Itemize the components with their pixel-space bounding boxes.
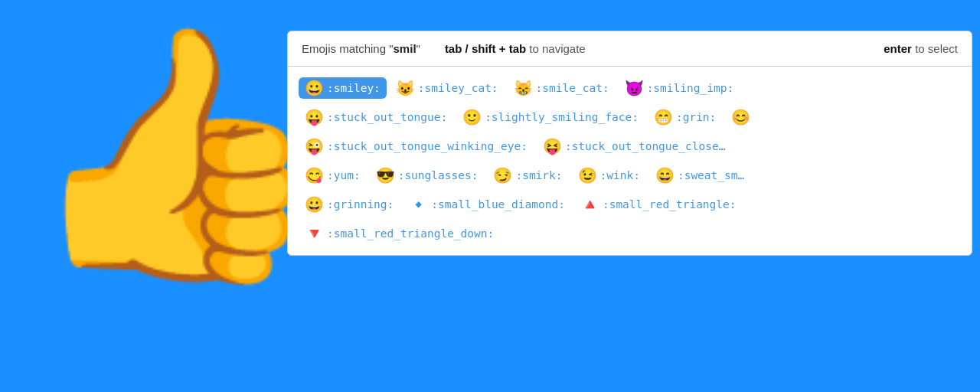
smiley-cat-icon: 😺 [396, 80, 415, 96]
emoji-item-wink[interactable]: 😉 :wink: [572, 165, 646, 186]
smirk-icon: 😏 [493, 168, 512, 183]
stuck-out-tongue-icon: 😛 [305, 109, 324, 125]
enter-hint: enter to select [884, 42, 958, 55]
smile-cat-icon: 😸 [514, 80, 533, 96]
grin-icon: 😁 [654, 109, 673, 125]
emoji-item-smiley[interactable]: 😀 :smiley: [299, 77, 387, 99]
smiling-imp-label: :smiling_imp: [647, 82, 734, 94]
matching-label: Emojis matching "smil" [302, 42, 420, 55]
tongue-wink-label: :stuck_out_tongue_winking_eye: [327, 140, 528, 152]
grinning-label: :grinning: [327, 198, 394, 211]
emoji-item-grin[interactable]: 😁 :grin: [648, 106, 722, 128]
sweat-sm-label: :sweat_sm… [678, 169, 744, 181]
emoji-row-3: 😜 :stuck_out_tongue_winking_eye: 😝 :stuc… [299, 132, 961, 160]
smirk-label: :smirk: [515, 169, 562, 181]
emoji-row-5: 😀 :grinning: 🔹 :small_blue_diamond: 🔺 :s… [299, 191, 961, 218]
emoji-row-4: 😋 :yum: 😎 :sunglasses: 😏 :smirk: 😉 :wink… [299, 162, 961, 189]
slightly-smiling-label: :slightly_smiling_face: [485, 111, 639, 123]
nav-hint: tab / shift + tab to navigate [445, 42, 586, 55]
smiley-label: :smiley: [327, 82, 381, 94]
tongue-wink-icon: 😜 [305, 139, 324, 154]
small-blue-diamond-icon: 🔹 [409, 197, 428, 212]
small-red-triangle-icon: 🔺 [580, 197, 599, 212]
emoji-item-small-red-triangle[interactable]: 🔺 :small_red_triangle: [574, 194, 743, 215]
emoji-picker-panel: Emojis matching "smil" tab / shift + tab… [287, 31, 972, 256]
wink-icon: 😉 [578, 168, 597, 183]
grinning-icon: 😀 [305, 197, 324, 212]
sweat-sm-icon: 😄 [655, 168, 675, 183]
emoji-item-sweat-sm[interactable]: 😄 :sweat_sm… [649, 165, 750, 186]
emoji-item-smiling-imp[interactable]: 😈 :smiling_imp: [619, 77, 740, 99]
thumbs-up-emoji: 👍 [23, 31, 328, 276]
wink-label: :wink: [600, 169, 640, 181]
smile-cat-label: :smile_cat: [536, 82, 609, 94]
sunglasses-icon: 😎 [376, 168, 395, 183]
emoji-item-stuck-out-tongue[interactable]: 😛 :stuck_out_tongue: [299, 106, 453, 128]
blush-icon: 😊 [731, 109, 750, 125]
small-red-triangle-label: :small_red_triangle: [603, 198, 737, 211]
emoji-grid: 😀 :smiley: 😺 :smiley_cat: 😸 :smile_cat: … [288, 67, 972, 255]
yum-icon: 😋 [305, 168, 324, 183]
emoji-item-yum[interactable]: 😋 :yum: [299, 165, 367, 186]
emoji-row-1: 😀 :smiley: 😺 :smiley_cat: 😸 :smile_cat: … [299, 74, 961, 102]
emoji-item-tongue-close[interactable]: 😝 :stuck_out_tongue_close… [537, 136, 732, 157]
emoji-row-6: 🔻 :small_red_triangle_down: [299, 220, 961, 247]
emoji-item-tongue-wink[interactable]: 😜 :stuck_out_tongue_winking_eye: [299, 136, 534, 157]
emoji-item-smirk[interactable]: 😏 :smirk: [487, 165, 568, 186]
tongue-close-icon: 😝 [543, 139, 562, 154]
smiley-icon: 😀 [305, 80, 324, 96]
search-term: smil [394, 42, 416, 55]
enter-hint-bold: enter [884, 42, 912, 55]
nav-hint-bold: tab / shift + tab [445, 42, 526, 55]
yum-label: :yum: [327, 169, 361, 181]
grin-label: :grin: [676, 111, 716, 123]
smiling-imp-icon: 😈 [625, 80, 644, 96]
panel-header: Emojis matching "smil" tab / shift + tab… [288, 31, 972, 67]
emoji-item-sunglasses[interactable]: 😎 :sunglasses: [370, 165, 485, 186]
emoji-item-smile-cat[interactable]: 😸 :smile_cat: [508, 77, 616, 99]
emoji-item-smiley-cat[interactable]: 😺 :smiley_cat: [390, 77, 505, 99]
small-red-triangle-down-icon: 🔻 [305, 226, 324, 241]
small-blue-diamond-label: :small_blue_diamond: [431, 198, 565, 211]
small-red-triangle-down-label: :small_red_triangle_down: [327, 227, 494, 240]
slightly-smiling-icon: 🙂 [462, 109, 482, 125]
emoji-item-grinning[interactable]: 😀 :grinning: [299, 194, 400, 215]
emoji-item-small-blue-diamond[interactable]: 🔹 :small_blue_diamond: [403, 194, 571, 215]
tongue-close-label: :stuck_out_tongue_close… [565, 140, 726, 152]
sunglasses-label: :sunglasses: [398, 169, 479, 181]
stuck-out-tongue-label: :stuck_out_tongue: [327, 111, 447, 123]
emoji-item-small-red-triangle-down[interactable]: 🔻 :small_red_triangle_down: [299, 223, 500, 244]
smiley-cat-label: :smiley_cat: [418, 82, 498, 94]
emoji-row-2: 😛 :stuck_out_tongue: 🙂 :slightly_smiling… [299, 103, 961, 131]
emoji-item-blush[interactable]: 😊 [725, 106, 760, 128]
emoji-item-slightly-smiling[interactable]: 🙂 :slightly_smiling_face: [456, 106, 645, 128]
